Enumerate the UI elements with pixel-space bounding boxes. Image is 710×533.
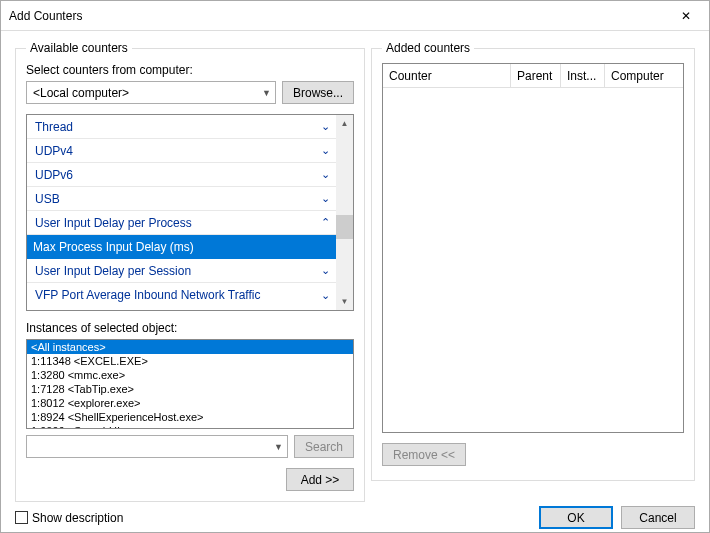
column-parent[interactable]: Parent: [511, 64, 561, 87]
added-counters-header: Counter Parent Inst... Computer: [383, 64, 683, 88]
chevron-down-icon: ⌄: [321, 168, 330, 181]
computer-combobox[interactable]: <Local computer> ▼: [26, 81, 276, 104]
dialog-footer: Show description OK Cancel: [1, 506, 709, 533]
counter-label: USB: [35, 192, 60, 206]
chevron-down-icon: ▼: [262, 88, 271, 98]
counter-label: Thread: [35, 120, 73, 134]
titlebar: Add Counters ✕: [1, 1, 709, 31]
scroll-down-icon[interactable]: ▼: [336, 293, 353, 310]
added-counters-table[interactable]: Counter Parent Inst... Computer: [382, 63, 684, 433]
remove-button[interactable]: Remove <<: [382, 443, 466, 466]
chevron-up-icon: ⌃: [321, 216, 330, 229]
instance-searchui[interactable]: 1:9096 <SearchUI.exe>: [27, 424, 353, 429]
chevron-down-icon: ⌄: [321, 120, 330, 133]
show-description-label: Show description: [32, 511, 123, 525]
counter-label: UDPv4: [35, 144, 73, 158]
counter-item-user-input-delay-session[interactable]: User Input Delay per Session ⌄: [27, 259, 336, 283]
instance-explorer[interactable]: 1:8012 <explorer.exe>: [27, 396, 353, 410]
counter-item-thread[interactable]: Thread ⌄: [27, 115, 336, 139]
add-button[interactable]: Add >>: [286, 468, 354, 491]
instance-mmc[interactable]: 1:3280 <mmc.exe>: [27, 368, 353, 382]
added-counters-legend: Added counters: [382, 41, 474, 55]
show-description-checkbox[interactable]: [15, 511, 28, 524]
counter-item-user-input-delay-process[interactable]: User Input Delay per Process ⌃: [27, 211, 336, 235]
counter-label: Max Process Input Delay (ms): [33, 240, 194, 254]
instance-all[interactable]: <All instances>: [27, 340, 353, 354]
column-computer[interactable]: Computer: [605, 64, 683, 87]
close-button[interactable]: ✕: [663, 1, 709, 31]
counter-item-usb[interactable]: USB ⌄: [27, 187, 336, 211]
chevron-down-icon: ⌄: [321, 192, 330, 205]
select-computer-label: Select counters from computer:: [26, 63, 354, 77]
column-inst[interactable]: Inst...: [561, 64, 605, 87]
instance-excel[interactable]: 1:11348 <EXCEL.EXE>: [27, 354, 353, 368]
counter-item-vfp-port[interactable]: VFP Port Average Inbound Network Traffic…: [27, 283, 336, 307]
computer-combobox-value: <Local computer>: [33, 86, 129, 100]
close-icon: ✕: [681, 9, 691, 23]
counter-label: UDPv6: [35, 168, 73, 182]
counter-item-udpv4[interactable]: UDPv4 ⌄: [27, 139, 336, 163]
scroll-up-icon[interactable]: ▲: [336, 115, 353, 132]
counter-item-max-process-input-delay[interactable]: Max Process Input Delay (ms): [27, 235, 336, 259]
available-counters-legend: Available counters: [26, 41, 132, 55]
instance-shellexphost[interactable]: 1:8924 <ShellExperienceHost.exe>: [27, 410, 353, 424]
cancel-button[interactable]: Cancel: [621, 506, 695, 529]
scrollbar[interactable]: ▲ ▼: [336, 115, 353, 310]
instances-listbox[interactable]: <All instances> 1:11348 <EXCEL.EXE> 1:32…: [26, 339, 354, 429]
instance-tabtip[interactable]: 1:7128 <TabTip.exe>: [27, 382, 353, 396]
chevron-down-icon: ⌄: [321, 144, 330, 157]
ok-button[interactable]: OK: [539, 506, 613, 529]
counter-label: User Input Delay per Process: [35, 216, 192, 230]
dialog-title: Add Counters: [9, 9, 663, 23]
instances-label: Instances of selected object:: [26, 321, 354, 335]
counter-item-udpv6[interactable]: UDPv6 ⌄: [27, 163, 336, 187]
added-counters-group: Added counters Counter Parent Inst... Co…: [371, 41, 695, 481]
search-button[interactable]: Search: [294, 435, 354, 458]
chevron-down-icon: ⌄: [321, 289, 330, 302]
counters-list-body: Thread ⌄ UDPv4 ⌄ UDPv6 ⌄ USB ⌄: [27, 115, 336, 310]
counter-label: VFP Port Average Inbound Network Traffic: [35, 288, 260, 302]
browse-button[interactable]: Browse...: [282, 81, 354, 104]
chevron-down-icon: ▼: [274, 442, 283, 452]
available-counters-group: Available counters Select counters from …: [15, 41, 365, 502]
counter-label: User Input Delay per Session: [35, 264, 191, 278]
counters-listbox[interactable]: Thread ⌄ UDPv4 ⌄ UDPv6 ⌄ USB ⌄: [26, 114, 354, 311]
column-counter[interactable]: Counter: [383, 64, 511, 87]
instance-search-combobox[interactable]: ▼: [26, 435, 288, 458]
scroll-thumb[interactable]: [336, 215, 353, 239]
chevron-down-icon: ⌄: [321, 264, 330, 277]
